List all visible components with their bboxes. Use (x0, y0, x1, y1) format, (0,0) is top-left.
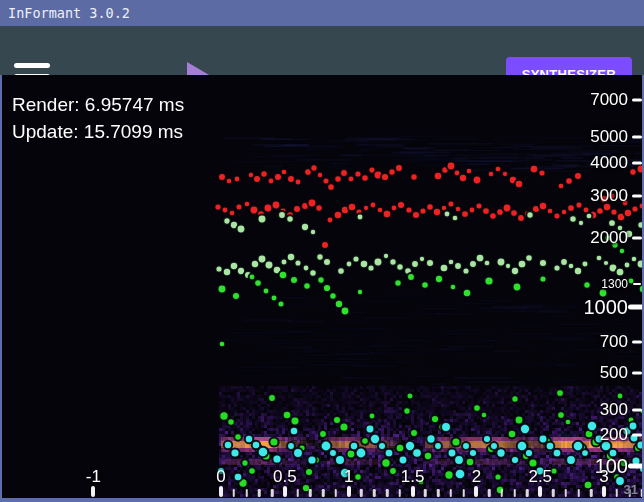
performance-stats: Render: 6.95747 ms Update: 15.7099 ms (12, 91, 184, 145)
corner-label: 31 (624, 482, 638, 497)
render-time: Render: 6.95747 ms (12, 91, 184, 118)
window-title: InFormant 3.0.2 (8, 5, 130, 21)
window-border-bottom (0, 498, 644, 502)
app-window: InFormant 3.0.2 SYNTHESIZER Render: 6.95… (0, 0, 644, 502)
update-time: Update: 15.7099 ms (12, 118, 184, 145)
window-border-left (0, 75, 2, 502)
window-titlebar[interactable]: InFormant 3.0.2 (0, 0, 644, 26)
toolbar: SYNTHESIZER (0, 26, 644, 75)
analysis-view: Render: 6.95747 ms Update: 15.7099 ms 70… (0, 75, 644, 502)
hamburger-icon-bar (14, 63, 50, 68)
